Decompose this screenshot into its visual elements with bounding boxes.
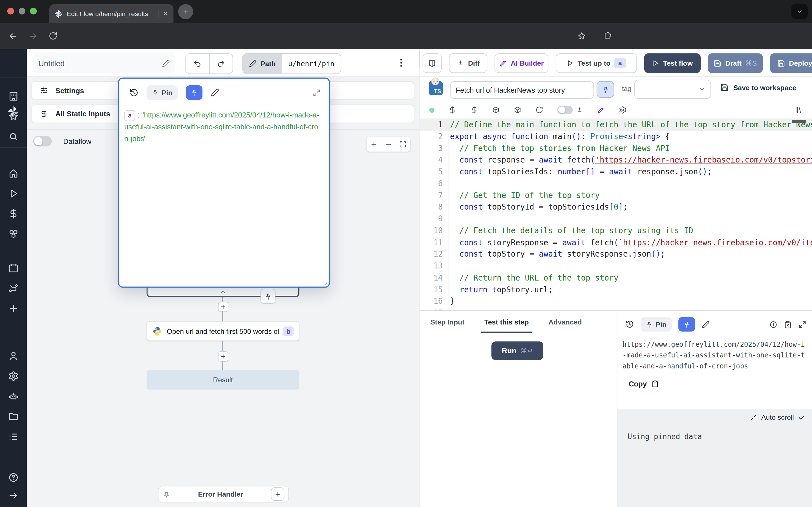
copy-result-icon[interactable] — [784, 321, 792, 328]
variables-icon[interactable] — [8, 209, 18, 219]
code-line-13[interactable]: 13 — [420, 260, 812, 272]
favorites-icon[interactable] — [8, 111, 18, 122]
code-line-10[interactable]: 10 // Fetch the details of the top story… — [420, 225, 812, 237]
code-line-16[interactable]: 16} — [420, 295, 812, 307]
history-icon[interactable] — [130, 88, 138, 97]
pin-toggle-button[interactable]: Pin — [147, 86, 177, 100]
docs-button[interactable] — [423, 53, 442, 73]
back-button[interactable] — [8, 32, 17, 41]
collapse-chevron-up-icon[interactable] — [220, 288, 226, 295]
extensions-icon[interactable] — [603, 32, 612, 40]
package-lock-icon[interactable] — [514, 106, 522, 114]
code-line-17[interactable]: 17 — [420, 307, 812, 311]
browser-tab[interactable]: Edit Flow u/henri/pin_results ✕ — [49, 4, 173, 23]
path-control[interactable]: Path u/henri/pin — [243, 53, 341, 74]
forward-button[interactable] — [29, 32, 38, 41]
package-icon[interactable] — [492, 106, 500, 114]
add-error-handler-button[interactable] — [271, 487, 285, 501]
code-line-2[interactable]: 2export async function main(): Promise<s… — [420, 131, 812, 143]
tab-step-input[interactable]: Step Input — [430, 311, 464, 333]
editor-settings-icon[interactable] — [619, 106, 627, 114]
edit-pin-icon[interactable] — [702, 321, 710, 328]
draft-button[interactable]: Draft ⌘S — [708, 53, 763, 73]
code-line-3[interactable]: 3 // Fetch the top stories from Hacker N… — [420, 143, 812, 154]
zoom-in-icon[interactable] — [370, 141, 377, 148]
traffic-close-button[interactable] — [7, 8, 14, 15]
code-line-11[interactable]: 11 const storyResponse = await fetch(`ht… — [420, 237, 812, 248]
tag-select[interactable] — [635, 80, 711, 99]
diff-mode-toggle[interactable] — [557, 106, 573, 114]
tab-search-button[interactable] — [792, 4, 808, 19]
edit-title-icon[interactable] — [162, 59, 170, 67]
schedules-icon[interactable] — [8, 263, 18, 273]
code-scrollbar[interactable] — [792, 120, 806, 123]
traffic-zoom-button[interactable] — [30, 8, 37, 15]
code-line-1[interactable]: 1// Define the main function to fetch th… — [420, 119, 812, 131]
dataflow-toggle[interactable] — [33, 136, 52, 147]
contextual-variables-icon[interactable] — [470, 106, 478, 114]
home-icon[interactable] — [8, 168, 18, 179]
info-icon[interactable] — [769, 321, 777, 328]
workers-icon[interactable] — [8, 391, 18, 402]
code-line-8[interactable]: 8 const topStoryId = topStoriesIds[0]; — [420, 202, 812, 213]
node-pin-badge[interactable] — [260, 289, 275, 304]
traffic-minimize-button[interactable] — [18, 8, 26, 15]
help-icon[interactable] — [8, 472, 18, 483]
step-pin-button[interactable] — [597, 81, 614, 98]
check-icon[interactable] — [798, 413, 805, 421]
zoom-out-icon[interactable] — [385, 141, 392, 148]
step-summary-input[interactable] — [450, 81, 594, 99]
reload-button[interactable] — [49, 32, 57, 40]
workspaces-icon[interactable] — [8, 91, 18, 101]
resources-icon[interactable] — [8, 229, 18, 239]
code-line-7[interactable]: 7 // Get the ID of the top story — [420, 189, 812, 202]
save-to-workspace-button[interactable]: Save to workspace — [720, 83, 796, 92]
ai-builder-button[interactable]: AI Builder — [495, 53, 548, 73]
fit-view-icon[interactable] — [399, 141, 407, 148]
test-flow-button[interactable]: Test flow — [644, 53, 701, 73]
add-step-button-2[interactable] — [218, 351, 229, 362]
history-icon[interactable] — [626, 320, 634, 328]
flow-node-result[interactable]: Result — [147, 371, 299, 390]
run-button[interactable]: Run ⌘↵ — [492, 341, 543, 360]
result-value[interactable]: https://www.geoffreylitt.com/2025/04/12/… — [617, 332, 812, 371]
code-line-15[interactable]: 15 return topStory.url; — [420, 284, 812, 295]
flow-title-field[interactable]: Untitled — [33, 53, 175, 73]
tab-advanced[interactable]: Advanced — [548, 311, 582, 333]
add-step-button[interactable] — [218, 302, 229, 312]
result-pin-toggle[interactable]: Pin — [641, 317, 672, 332]
code-line-14[interactable]: 14 // Return the URL of the top story — [420, 272, 812, 284]
test-up-to-button[interactable]: Test up to a — [556, 53, 637, 73]
expand-result-icon[interactable] — [799, 321, 806, 328]
code-line-9[interactable]: 9 — [420, 213, 812, 225]
expand-popup-icon[interactable] — [313, 89, 320, 97]
redo-button[interactable] — [209, 54, 233, 73]
bookmark-star-icon[interactable] — [577, 32, 586, 40]
code-line-5[interactable]: 5 const topStoriesIds: number[] = await … — [420, 166, 812, 178]
code-line-4[interactable]: 4 const response = await fetch('https://… — [420, 154, 812, 166]
audit-logs-icon[interactable] — [8, 432, 18, 442]
tab-close-icon[interactable]: ✕ — [163, 10, 168, 18]
variables-icon[interactable] — [449, 106, 456, 114]
result-pin-active[interactable] — [678, 317, 695, 332]
code-line-12[interactable]: 12 const topStory = await storyResponse.… — [420, 248, 812, 260]
runs-icon[interactable] — [8, 188, 18, 199]
copy-button[interactable]: Copy — [617, 372, 812, 388]
edit-pin-icon[interactable] — [211, 89, 219, 97]
expand-sidebar-icon[interactable] — [8, 490, 18, 501]
code-editor[interactable]: 1// Define the main function to fetch th… — [420, 119, 812, 311]
deploy-button[interactable]: Deploy — [770, 53, 812, 73]
users-icon[interactable] — [8, 351, 18, 361]
flow-more-menu[interactable] — [400, 56, 402, 69]
tab-test-this-step[interactable]: Test this step — [484, 311, 529, 333]
ai-assist-icon[interactable] — [597, 106, 605, 114]
auto-scroll-icon[interactable] — [750, 413, 757, 421]
pin-active-button[interactable] — [186, 86, 202, 100]
flows-icon[interactable] — [8, 283, 18, 293]
folders-icon[interactable] — [8, 411, 18, 421]
search-icon[interactable] — [8, 131, 18, 142]
create-icon[interactable] — [8, 303, 18, 314]
reset-icon[interactable] — [536, 106, 543, 114]
library-panel-icon[interactable] — [795, 106, 802, 114]
error-handler-node[interactable]: Error Handler — [158, 486, 289, 503]
